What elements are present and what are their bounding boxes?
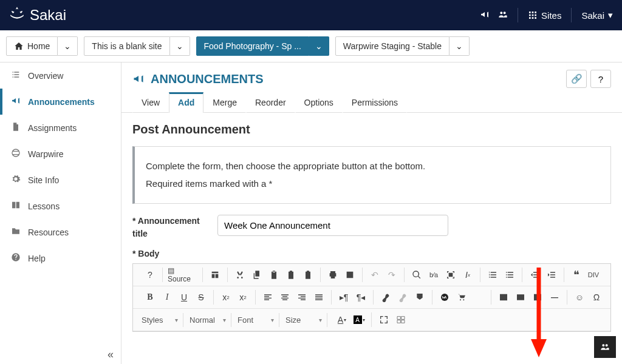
sidebar-item-announcements[interactable]: Announcements: [0, 89, 121, 115]
tab-reorder[interactable]: Reorder: [246, 92, 295, 113]
text-color-button[interactable]: A▾: [335, 312, 349, 327]
bold-icon[interactable]: B: [143, 290, 157, 305]
format-select[interactable]: Normal: [186, 313, 228, 327]
site-tab-blank[interactable]: This is a blank site ⌄: [84, 36, 190, 56]
superscript-icon[interactable]: x2: [236, 290, 250, 305]
cart-icon[interactable]: [454, 290, 469, 305]
grid-icon: [528, 10, 538, 20]
users-icon[interactable]: [498, 10, 508, 21]
sidebar-item-help[interactable]: Help: [0, 245, 121, 271]
tool-title-text: ANNOUNCEMENTS: [151, 72, 264, 86]
sidebar-item-assignments[interactable]: Assignments: [0, 115, 121, 141]
redo-icon[interactable]: ↷: [384, 268, 399, 282]
tab-merge[interactable]: Merge: [203, 92, 246, 113]
rtl-icon[interactable]: ¶◂: [354, 290, 368, 305]
align-right-icon[interactable]: [295, 290, 309, 305]
announcement-title-input[interactable]: [217, 215, 448, 236]
sidebar-item-resources[interactable]: Resources: [0, 219, 121, 245]
maximize-icon[interactable]: [377, 312, 391, 327]
sites-menu[interactable]: Sites: [528, 10, 561, 21]
numbered-list-icon[interactable]: [485, 268, 500, 282]
sidebar-collapse-button[interactable]: «: [108, 348, 114, 361]
tab-permissions[interactable]: Permissions: [343, 92, 407, 113]
sidebar-item-label: Warpwire: [28, 149, 64, 159]
permalink-button[interactable]: 🔗: [566, 70, 587, 88]
subscript-icon[interactable]: x2: [219, 290, 233, 305]
print-icon[interactable]: [326, 268, 340, 282]
underline-icon[interactable]: U: [177, 290, 191, 305]
align-center-icon[interactable]: [278, 290, 292, 305]
blockquote-icon[interactable]: ❝: [569, 268, 584, 282]
show-blocks-icon[interactable]: [394, 312, 408, 327]
sidebar-item-site-info[interactable]: Site Info: [0, 167, 121, 193]
tab-add[interactable]: Add: [169, 92, 203, 113]
unlink-icon[interactable]: [395, 290, 410, 305]
site-tab-home[interactable]: Home ⌄: [6, 36, 78, 56]
link-icon[interactable]: [378, 290, 393, 305]
smiley-icon[interactable]: ☺: [572, 290, 587, 305]
ltr-icon[interactable]: ▸¶: [337, 290, 351, 305]
tab-view[interactable]: View: [132, 92, 169, 113]
select-all-icon[interactable]: [443, 268, 458, 282]
cut-icon[interactable]: [233, 268, 247, 282]
gear-icon: [11, 174, 21, 186]
hr-icon[interactable]: [547, 290, 562, 305]
wand-icon[interactable]: [471, 290, 486, 305]
editor-help-icon[interactable]: ?: [143, 268, 157, 282]
site-tab-food-photography[interactable]: Food Photography - Sp ... ⌄: [196, 36, 329, 56]
editor-toolbar-row-3: Styles Normal Font Size A▾ A▾: [133, 309, 610, 331]
separator: [571, 8, 572, 22]
replace-icon[interactable]: b⁄a: [426, 268, 441, 282]
chevron-down-icon[interactable]: ⌄: [309, 36, 329, 56]
bg-color-button[interactable]: A▾: [352, 312, 366, 327]
chevron-down-icon[interactable]: ⌄: [58, 36, 78, 56]
paste-icon[interactable]: [267, 268, 281, 282]
sidebar-item-warpwire[interactable]: Warpwire: [0, 141, 121, 167]
tab-options[interactable]: Options: [295, 92, 343, 113]
info-line: Required items marked with a *: [146, 175, 600, 193]
site-tab-warpwire[interactable]: Warpwire Staging - Stable ⌄: [335, 36, 470, 56]
image-icon[interactable]: [496, 290, 511, 305]
align-left-icon[interactable]: [261, 290, 275, 305]
bullhorn-icon[interactable]: [480, 10, 490, 21]
editor-toolbar-row-1: ? ▤ Source W: [133, 264, 610, 286]
paste-text-icon[interactable]: [284, 268, 298, 282]
sidebar-item-label: Lessons: [28, 201, 60, 211]
sidebar-item-overview[interactable]: Overview: [0, 62, 121, 89]
align-justify-icon[interactable]: [312, 290, 326, 305]
chevron-down-icon[interactable]: ⌄: [170, 36, 190, 56]
paste-word-icon[interactable]: W: [301, 268, 315, 282]
templates-icon[interactable]: [208, 268, 222, 282]
globe-icon: [11, 148, 21, 160]
bullet-list-icon[interactable]: [502, 268, 517, 282]
users-fab[interactable]: [594, 336, 616, 358]
find-icon[interactable]: [409, 268, 424, 282]
preview-icon[interactable]: [343, 268, 357, 282]
warpwire-icon[interactable]: [437, 290, 452, 305]
italic-icon[interactable]: I: [160, 290, 174, 305]
table-icon[interactable]: [530, 290, 545, 305]
user-menu[interactable]: Sakai ▾: [581, 10, 613, 21]
help-button[interactable]: ?: [590, 70, 611, 88]
chevron-down-icon[interactable]: ⌄: [449, 36, 470, 56]
outdent-icon[interactable]: [527, 268, 542, 282]
source-button[interactable]: ▤ Source: [168, 268, 197, 282]
anchor-icon[interactable]: [412, 290, 427, 305]
indent-icon[interactable]: [544, 268, 559, 282]
remove-format-icon[interactable]: Ix: [460, 268, 475, 282]
title-label: * Announcement title: [132, 215, 205, 240]
font-select[interactable]: Font: [234, 313, 276, 327]
styles-select[interactable]: Styles: [138, 313, 180, 327]
special-char-icon[interactable]: Ω: [589, 290, 604, 305]
video-icon[interactable]: [513, 290, 528, 305]
size-select[interactable]: Size: [282, 313, 324, 327]
tool-tabs: View Add Merge Reorder Options Permissio…: [121, 92, 622, 113]
strike-icon[interactable]: S: [194, 290, 208, 305]
undo-icon[interactable]: ↶: [367, 268, 382, 282]
svg-marker-3: [531, 339, 547, 357]
separator: [518, 8, 518, 22]
sidebar-item-lessons[interactable]: Lessons: [0, 193, 121, 219]
copy-icon[interactable]: [250, 268, 264, 282]
logo[interactable]: Sakai: [9, 5, 66, 25]
div-icon[interactable]: DIV: [586, 268, 601, 282]
